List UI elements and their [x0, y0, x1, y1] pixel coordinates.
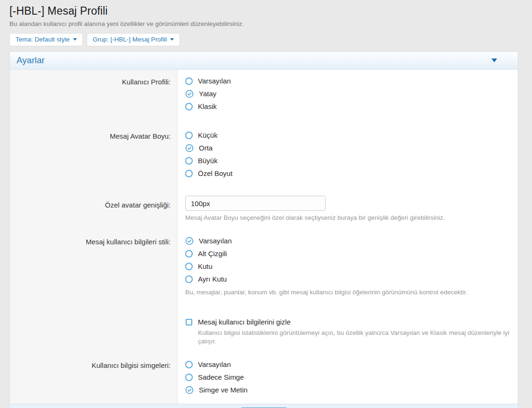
- group-selector-label: Grup: [-HBL-] Mesaj Profili: [93, 36, 167, 43]
- chevron-down-icon: [73, 38, 77, 42]
- radio-option[interactable]: Büyük: [185, 154, 509, 167]
- setting-content-mesaj-kullanici-bilgileri-stili: VarsayılanAlt ÇizgiliKutuAyrı KutuBu, me…: [178, 230, 518, 311]
- setting-label-ozel-avatar-genisligi: Özel avatar genişliği:: [10, 191, 178, 230]
- radio-unselected-icon[interactable]: [185, 157, 193, 165]
- radio-option-label: Ayrı Kutu: [198, 275, 227, 283]
- radio-option[interactable]: Varsayılan: [185, 234, 509, 247]
- setting-label-mesaj-kullanici-bilgilerini-gizle: [10, 311, 178, 353]
- setting-label-mesaj-avatar-boyu: Mesaj Avatar Boyu:: [10, 124, 178, 191]
- setting-label-kullanici-profili: Kullanıcı Profili:: [10, 70, 178, 124]
- radio-option-label: Alt Çizgili: [198, 250, 227, 258]
- radio-selected-icon[interactable]: [185, 144, 194, 152]
- radio-option-label: Varsayılan: [199, 237, 232, 245]
- checkbox-option[interactable]: Mesaj kullanıcı bilgilerini gizle: [185, 316, 509, 328]
- radio-option[interactable]: Ayrı Kutu: [185, 273, 509, 285]
- page-subtitle: Bu alandan kullanıcı profil alanına yeni…: [9, 20, 518, 27]
- radio-unselected-icon[interactable]: [185, 170, 193, 177]
- setting-label-mesaj-kullanici-bilgileri-stili: Mesaj kullanıcı bilgileri stili:: [10, 230, 178, 311]
- panel-title: Ayarlar: [16, 55, 45, 66]
- custom-avatar-width-input[interactable]: [185, 196, 326, 211]
- setting-content-kullanici-profili: VarsayılanYatayKlasik: [178, 70, 518, 124]
- radio-selected-icon[interactable]: [185, 386, 194, 394]
- radio-option[interactable]: Yatay: [185, 87, 509, 100]
- radio-option[interactable]: Varsayılan: [185, 75, 509, 87]
- setting-hint: Mesaj Avatar Boyu seçeneğini özel olarak…: [185, 214, 509, 222]
- setting-content-mesaj-kullanici-bilgilerini-gizle: Mesaj kullanıcı bilgilerini gizleKullanı…: [178, 311, 518, 353]
- checkbox-label: Mesaj kullanıcı bilgilerini gizle: [198, 318, 291, 326]
- radio-option-label: Klasik: [198, 102, 217, 110]
- radio-option-label: Sadece Simge: [198, 373, 244, 381]
- radio-option-label: Varsayılan: [198, 360, 231, 368]
- settings-panel: Ayarlar Kullanıcı Profili:VarsayılanYata…: [9, 51, 518, 408]
- group-selector-button[interactable]: Grup: [-HBL-] Mesaj Profili: [87, 33, 180, 46]
- radio-option[interactable]: Küçük: [185, 129, 509, 142]
- radio-option[interactable]: Özel Boyut: [185, 167, 509, 180]
- theme-selector-button[interactable]: Tema: Default style: [9, 33, 83, 46]
- setting-row-ozel-avatar-genisligi: Özel avatar genişliği:Mesaj Avatar Boyu …: [10, 191, 518, 230]
- radio-unselected-icon[interactable]: [185, 103, 193, 110]
- radio-option-label: Yatay: [199, 90, 216, 98]
- radio-option-label: Orta: [199, 144, 213, 152]
- panel-footer: Kaydet: [10, 404, 518, 408]
- setting-row-kullanici-profili: Kullanıcı Profili:VarsayılanYatayKlasik: [10, 70, 518, 124]
- radio-option[interactable]: Kutu: [185, 260, 509, 273]
- setting-content-mesaj-avatar-boyu: KüçükOrtaBüyükÖzel Boyut: [178, 124, 518, 191]
- setting-row-kullanici-bilgisi-simgeleri: Kullanıcı bilgisi simgeleri:VarsayılanSa…: [10, 353, 518, 404]
- radio-unselected-icon[interactable]: [185, 275, 193, 283]
- setting-row-mesaj-kullanici-bilgilerini-gizle: Mesaj kullanıcı bilgilerini gizleKullanı…: [10, 311, 518, 353]
- radio-option-label: Varsayılan: [198, 77, 231, 85]
- toolbar: Tema: Default style Grup: [-HBL-] Mesaj …: [9, 33, 518, 46]
- theme-selector-label: Tema: Default style: [16, 36, 70, 43]
- chevron-down-icon: [170, 38, 174, 42]
- setting-label-kullanici-bilgisi-simgeleri: Kullanıcı bilgisi simgeleri:: [10, 353, 178, 404]
- setting-hint: Bu, mesajlar, puanlar, konum vb. gibi me…: [185, 288, 509, 297]
- radio-unselected-icon[interactable]: [185, 77, 193, 85]
- settings-form: Kullanıcı Profili:VarsayılanYatayKlasikM…: [10, 70, 518, 404]
- radio-option-label: Simge ve Metin: [199, 386, 247, 394]
- setting-content-ozel-avatar-genisligi: Mesaj Avatar Boyu seçeneğini özel olarak…: [178, 191, 518, 230]
- radio-unselected-icon[interactable]: [185, 250, 193, 258]
- checkbox-unchecked-icon[interactable]: [186, 319, 192, 325]
- setting-row-mesaj-kullanici-bilgileri-stili: Mesaj kullanıcı bilgileri stili:Varsayıl…: [10, 230, 518, 311]
- radio-option-label: Büyük: [198, 157, 218, 165]
- radio-option[interactable]: Varsayılan: [185, 358, 509, 371]
- radio-unselected-icon[interactable]: [185, 374, 193, 381]
- panel-header[interactable]: Ayarlar: [10, 52, 518, 70]
- radio-unselected-icon[interactable]: [185, 361, 193, 368]
- radio-option-label: Özel Boyut: [198, 169, 232, 177]
- page: [-HBL-] Mesaj Profili Bu alandan kullanı…: [9, 0, 518, 408]
- radio-option[interactable]: Klasik: [185, 100, 509, 113]
- page-title: [-HBL-] Mesaj Profili: [9, 5, 518, 17]
- radio-option-label: Küçük: [198, 131, 218, 139]
- setting-hint: Kullanıcı bilgisi istatistiklerini görün…: [198, 329, 509, 346]
- setting-content-kullanici-bilgisi-simgeleri: VarsayılanSadece SimgeSimge ve Metin: [178, 353, 518, 404]
- radio-unselected-icon[interactable]: [185, 132, 193, 139]
- collapse-panel-icon[interactable]: [491, 58, 497, 65]
- radio-selected-icon[interactable]: [185, 90, 194, 98]
- radio-selected-icon[interactable]: [185, 237, 194, 245]
- radio-option[interactable]: Sadece Simge: [185, 371, 509, 383]
- radio-option-label: Kutu: [198, 262, 213, 270]
- setting-row-mesaj-avatar-boyu: Mesaj Avatar Boyu:KüçükOrtaBüyükÖzel Boy…: [10, 124, 518, 191]
- radio-option[interactable]: Orta: [185, 142, 509, 154]
- radio-unselected-icon[interactable]: [185, 263, 193, 270]
- radio-option[interactable]: Simge ve Metin: [185, 383, 509, 396]
- radio-option[interactable]: Alt Çizgili: [185, 247, 509, 260]
